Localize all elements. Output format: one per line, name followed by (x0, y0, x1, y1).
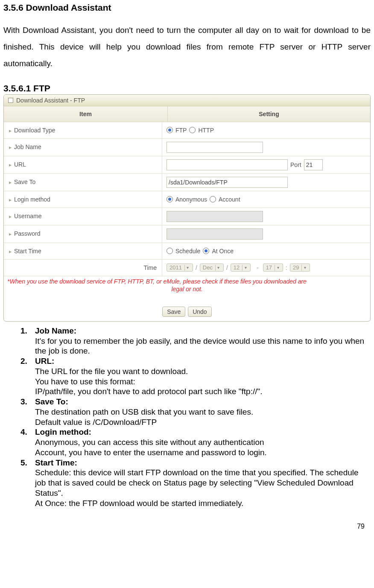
undo-button[interactable]: Undo (188, 307, 211, 317)
list-desc: Default value is /C/Download/FTP (35, 417, 369, 427)
min-value: 29 (293, 264, 299, 271)
panel-title: Download Assistant - FTP (16, 97, 85, 104)
list-number: 3. (20, 397, 35, 407)
list-label: Job Name: (35, 326, 76, 335)
list-label: Save To: (35, 397, 68, 406)
col-item: Item (4, 106, 168, 122)
day-select: 12▾ (231, 263, 251, 272)
job-name-input[interactable] (167, 142, 263, 153)
port-input[interactable] (304, 159, 323, 170)
url-input[interactable] (167, 159, 288, 170)
list-item: 5.Start Time: Schedule: this device will… (20, 458, 369, 509)
button-bar: Save Undo (4, 296, 370, 321)
list-number: 1. (20, 326, 35, 336)
radio-http-label: HTTP (198, 127, 214, 134)
label-save-to: Save To (14, 178, 35, 185)
radio-ftp[interactable] (167, 127, 173, 133)
label-port: Port (290, 161, 301, 168)
row-arrow-icon: ▸ (9, 197, 12, 203)
chevron-down-icon: ▾ (275, 265, 281, 271)
panel-titlebar: Download Assistant - FTP (4, 95, 370, 106)
list-desc: IP/path/file, you don't have to add prot… (35, 386, 369, 397)
warning-line1: *When you use the download service of FT… (4, 276, 370, 286)
list-desc: Account, you have to enter the username … (35, 448, 369, 458)
list-number: 5. (20, 458, 35, 468)
list-desc: The destination path on USB disk that yo… (35, 407, 369, 417)
label-username: Username (14, 213, 42, 219)
parameter-list: 1.Job Name: It's for you to remember the… (3, 326, 371, 509)
chevron-down-icon: ▾ (242, 265, 248, 271)
month-select: Dec▾ (200, 263, 224, 272)
radio-at-once-label: At Once (212, 248, 234, 255)
year-value: 2011 (169, 264, 182, 271)
label-login-method: Login method (14, 196, 50, 203)
collapse-icon[interactable] (8, 98, 13, 103)
sep: / (196, 264, 197, 271)
label-url: URL (14, 161, 26, 168)
chevron-down-icon: ▾ (301, 265, 308, 271)
label-start-time: Start Time (14, 248, 41, 255)
save-to-input[interactable] (167, 177, 288, 188)
row-job-name: ▸Job Name (4, 139, 370, 156)
row-save-to: ▸Save To (4, 174, 370, 191)
list-item: 3.Save To: The destination path on USB d… (20, 397, 369, 427)
radio-http[interactable] (189, 127, 196, 133)
chevron-down-icon: ▾ (215, 265, 222, 271)
hour-select: 17▾ (263, 263, 283, 272)
page-number: 79 (3, 508, 371, 535)
ftp-settings-panel: Download Assistant - FTP Item Setting ▸D… (3, 94, 371, 322)
day-value: 12 (234, 264, 240, 271)
chevron-down-icon: ▾ (184, 265, 191, 271)
label-job-name: Job Name (14, 143, 41, 150)
list-desc: You have to use this format: (35, 377, 369, 387)
intro-paragraph: With Download Assistant, you don't need … (3, 22, 371, 72)
list-desc: Anonymous, you can access this site with… (35, 437, 369, 448)
list-desc: Schedule: this device will start FTP dow… (35, 468, 369, 498)
table-header-row: Item Setting (4, 106, 370, 122)
warning-line2: legal or not. (4, 286, 370, 296)
list-number: 4. (20, 427, 35, 437)
label-password: Password (14, 230, 40, 237)
col-setting: Setting (168, 106, 370, 122)
row-arrow-icon: ▸ (9, 179, 12, 185)
save-button[interactable]: Save (162, 307, 185, 317)
list-desc: The URL for the file you want to downloa… (35, 366, 369, 377)
sep: / (226, 264, 228, 271)
radio-account[interactable] (210, 196, 216, 202)
list-item: 2.URL: The URL for the file you want to … (20, 356, 369, 397)
list-desc: At Once: the FTP download would be start… (35, 498, 369, 509)
row-time: Time 2011▾ / Dec▾ / 12▾ - 17▾ : 29▾ (4, 260, 370, 276)
sep: : (286, 264, 287, 271)
row-username: ▸Username (4, 208, 370, 225)
radio-schedule-label: Schedule (175, 248, 200, 255)
row-password: ▸Password (4, 225, 370, 243)
row-arrow-icon: ▸ (9, 144, 12, 150)
subsection-heading: 3.5.6.1 FTP (3, 83, 371, 94)
radio-schedule[interactable] (167, 248, 173, 254)
label-download-type: Download Type (14, 127, 55, 134)
hour-value: 17 (266, 264, 272, 271)
row-arrow-icon: ▸ (9, 162, 12, 168)
radio-at-once[interactable] (203, 248, 209, 254)
year-select: 2011▾ (167, 263, 193, 272)
label-time: Time (143, 264, 157, 271)
radio-account-label: Account (219, 196, 240, 203)
username-input (167, 211, 263, 222)
list-item: 4.Login method: Anonymous, you can acces… (20, 427, 369, 457)
list-label: Start Time: (35, 458, 77, 467)
row-arrow-icon: ▸ (9, 128, 12, 134)
radio-anonymous[interactable] (167, 196, 173, 202)
list-number: 2. (20, 356, 35, 366)
row-login-method: ▸Login method Anonymous Account (4, 191, 370, 208)
row-arrow-icon: ▸ (9, 231, 12, 237)
sep: - (253, 264, 260, 271)
row-arrow-icon: ▸ (9, 249, 12, 255)
list-item: 1.Job Name: It's for you to remember the… (20, 326, 369, 356)
min-select: 29▾ (290, 263, 310, 272)
radio-anonymous-label: Anonymous (175, 196, 207, 203)
row-download-type: ▸Download Type FTP HTTP (4, 122, 370, 139)
list-label: URL: (35, 357, 54, 366)
list-desc: It's for you to remember the job easily,… (35, 336, 369, 357)
section-heading: 3.5.6 Download Assistant (3, 3, 371, 13)
list-label: Login method: (35, 427, 91, 436)
